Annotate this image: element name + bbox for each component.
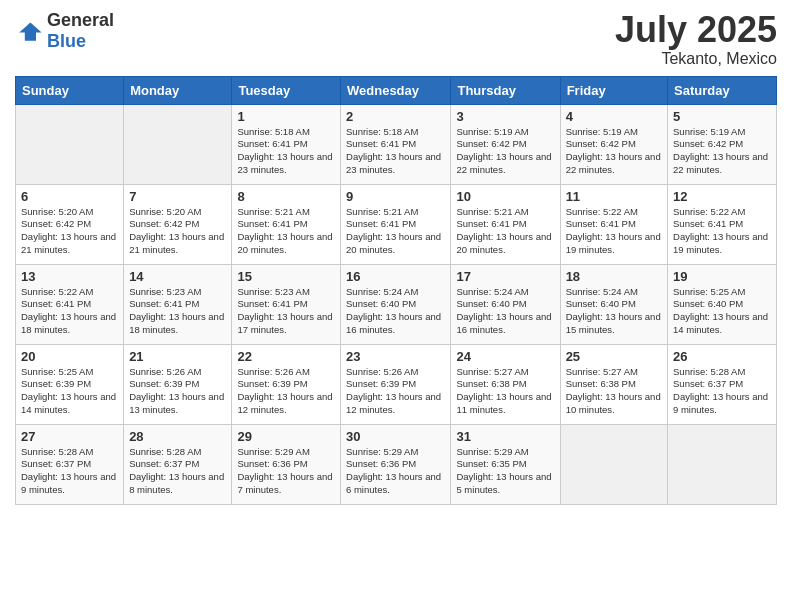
col-wednesday: Wednesday	[341, 76, 451, 104]
day-number: 18	[566, 269, 662, 284]
table-row: 24Sunrise: 5:27 AM Sunset: 6:38 PM Dayli…	[451, 344, 560, 424]
day-number: 24	[456, 349, 554, 364]
calendar-week-row: 20Sunrise: 5:25 AM Sunset: 6:39 PM Dayli…	[16, 344, 777, 424]
day-info: Sunrise: 5:23 AM Sunset: 6:41 PM Dayligh…	[237, 286, 335, 337]
table-row: 4Sunrise: 5:19 AM Sunset: 6:42 PM Daylig…	[560, 104, 667, 184]
table-row: 25Sunrise: 5:27 AM Sunset: 6:38 PM Dayli…	[560, 344, 667, 424]
table-row	[560, 424, 667, 504]
table-row: 27Sunrise: 5:28 AM Sunset: 6:37 PM Dayli…	[16, 424, 124, 504]
svg-marker-1	[35, 21, 42, 28]
calendar-week-row: 27Sunrise: 5:28 AM Sunset: 6:37 PM Dayli…	[16, 424, 777, 504]
day-number: 28	[129, 429, 226, 444]
table-row: 19Sunrise: 5:25 AM Sunset: 6:40 PM Dayli…	[668, 264, 777, 344]
day-info: Sunrise: 5:18 AM Sunset: 6:41 PM Dayligh…	[237, 126, 335, 177]
day-info: Sunrise: 5:20 AM Sunset: 6:42 PM Dayligh…	[21, 206, 118, 257]
table-row: 13Sunrise: 5:22 AM Sunset: 6:41 PM Dayli…	[16, 264, 124, 344]
day-info: Sunrise: 5:19 AM Sunset: 6:42 PM Dayligh…	[673, 126, 771, 177]
day-info: Sunrise: 5:19 AM Sunset: 6:42 PM Dayligh…	[566, 126, 662, 177]
day-number: 21	[129, 349, 226, 364]
logo: General Blue	[15, 10, 114, 52]
calendar: Sunday Monday Tuesday Wednesday Thursday…	[15, 76, 777, 505]
day-number: 9	[346, 189, 445, 204]
col-saturday: Saturday	[668, 76, 777, 104]
table-row: 14Sunrise: 5:23 AM Sunset: 6:41 PM Dayli…	[124, 264, 232, 344]
day-number: 25	[566, 349, 662, 364]
table-row: 8Sunrise: 5:21 AM Sunset: 6:41 PM Daylig…	[232, 184, 341, 264]
day-number: 7	[129, 189, 226, 204]
table-row: 30Sunrise: 5:29 AM Sunset: 6:36 PM Dayli…	[341, 424, 451, 504]
day-info: Sunrise: 5:29 AM Sunset: 6:36 PM Dayligh…	[237, 446, 335, 497]
day-info: Sunrise: 5:20 AM Sunset: 6:42 PM Dayligh…	[129, 206, 226, 257]
title-block: July 2025 Tekanto, Mexico	[615, 10, 777, 68]
day-info: Sunrise: 5:23 AM Sunset: 6:41 PM Dayligh…	[129, 286, 226, 337]
day-number: 14	[129, 269, 226, 284]
day-info: Sunrise: 5:27 AM Sunset: 6:38 PM Dayligh…	[456, 366, 554, 417]
day-number: 1	[237, 109, 335, 124]
table-row: 18Sunrise: 5:24 AM Sunset: 6:40 PM Dayli…	[560, 264, 667, 344]
col-thursday: Thursday	[451, 76, 560, 104]
table-row: 17Sunrise: 5:24 AM Sunset: 6:40 PM Dayli…	[451, 264, 560, 344]
day-info: Sunrise: 5:25 AM Sunset: 6:39 PM Dayligh…	[21, 366, 118, 417]
calendar-week-row: 6Sunrise: 5:20 AM Sunset: 6:42 PM Daylig…	[16, 184, 777, 264]
table-row: 15Sunrise: 5:23 AM Sunset: 6:41 PM Dayli…	[232, 264, 341, 344]
day-info: Sunrise: 5:28 AM Sunset: 6:37 PM Dayligh…	[129, 446, 226, 497]
day-info: Sunrise: 5:29 AM Sunset: 6:35 PM Dayligh…	[456, 446, 554, 497]
table-row: 21Sunrise: 5:26 AM Sunset: 6:39 PM Dayli…	[124, 344, 232, 424]
table-row: 3Sunrise: 5:19 AM Sunset: 6:42 PM Daylig…	[451, 104, 560, 184]
day-number: 31	[456, 429, 554, 444]
day-number: 15	[237, 269, 335, 284]
day-number: 3	[456, 109, 554, 124]
day-info: Sunrise: 5:29 AM Sunset: 6:36 PM Dayligh…	[346, 446, 445, 497]
col-friday: Friday	[560, 76, 667, 104]
day-info: Sunrise: 5:22 AM Sunset: 6:41 PM Dayligh…	[566, 206, 662, 257]
table-row	[124, 104, 232, 184]
day-info: Sunrise: 5:26 AM Sunset: 6:39 PM Dayligh…	[129, 366, 226, 417]
logo-blue: Blue	[47, 31, 86, 51]
day-number: 5	[673, 109, 771, 124]
table-row: 22Sunrise: 5:26 AM Sunset: 6:39 PM Dayli…	[232, 344, 341, 424]
day-number: 13	[21, 269, 118, 284]
day-info: Sunrise: 5:21 AM Sunset: 6:41 PM Dayligh…	[456, 206, 554, 257]
day-info: Sunrise: 5:21 AM Sunset: 6:41 PM Dayligh…	[237, 206, 335, 257]
svg-marker-0	[19, 23, 41, 41]
table-row: 7Sunrise: 5:20 AM Sunset: 6:42 PM Daylig…	[124, 184, 232, 264]
day-info: Sunrise: 5:22 AM Sunset: 6:41 PM Dayligh…	[673, 206, 771, 257]
table-row: 28Sunrise: 5:28 AM Sunset: 6:37 PM Dayli…	[124, 424, 232, 504]
table-row: 5Sunrise: 5:19 AM Sunset: 6:42 PM Daylig…	[668, 104, 777, 184]
day-number: 22	[237, 349, 335, 364]
col-tuesday: Tuesday	[232, 76, 341, 104]
day-number: 27	[21, 429, 118, 444]
day-number: 29	[237, 429, 335, 444]
day-number: 30	[346, 429, 445, 444]
table-row: 1Sunrise: 5:18 AM Sunset: 6:41 PM Daylig…	[232, 104, 341, 184]
col-sunday: Sunday	[16, 76, 124, 104]
table-row: 2Sunrise: 5:18 AM Sunset: 6:41 PM Daylig…	[341, 104, 451, 184]
day-number: 16	[346, 269, 445, 284]
table-row: 6Sunrise: 5:20 AM Sunset: 6:42 PM Daylig…	[16, 184, 124, 264]
table-row: 26Sunrise: 5:28 AM Sunset: 6:37 PM Dayli…	[668, 344, 777, 424]
day-number: 4	[566, 109, 662, 124]
table-row: 12Sunrise: 5:22 AM Sunset: 6:41 PM Dayli…	[668, 184, 777, 264]
page: General Blue July 2025 Tekanto, Mexico S…	[0, 0, 792, 612]
table-row	[668, 424, 777, 504]
day-info: Sunrise: 5:26 AM Sunset: 6:39 PM Dayligh…	[237, 366, 335, 417]
day-number: 20	[21, 349, 118, 364]
day-info: Sunrise: 5:26 AM Sunset: 6:39 PM Dayligh…	[346, 366, 445, 417]
day-info: Sunrise: 5:27 AM Sunset: 6:38 PM Dayligh…	[566, 366, 662, 417]
day-info: Sunrise: 5:21 AM Sunset: 6:41 PM Dayligh…	[346, 206, 445, 257]
title-location: Tekanto, Mexico	[615, 50, 777, 68]
day-number: 10	[456, 189, 554, 204]
day-info: Sunrise: 5:24 AM Sunset: 6:40 PM Dayligh…	[566, 286, 662, 337]
calendar-week-row: 1Sunrise: 5:18 AM Sunset: 6:41 PM Daylig…	[16, 104, 777, 184]
day-info: Sunrise: 5:22 AM Sunset: 6:41 PM Dayligh…	[21, 286, 118, 337]
day-number: 8	[237, 189, 335, 204]
day-number: 11	[566, 189, 662, 204]
day-info: Sunrise: 5:18 AM Sunset: 6:41 PM Dayligh…	[346, 126, 445, 177]
table-row: 10Sunrise: 5:21 AM Sunset: 6:41 PM Dayli…	[451, 184, 560, 264]
table-row: 23Sunrise: 5:26 AM Sunset: 6:39 PM Dayli…	[341, 344, 451, 424]
day-info: Sunrise: 5:28 AM Sunset: 6:37 PM Dayligh…	[673, 366, 771, 417]
table-row: 20Sunrise: 5:25 AM Sunset: 6:39 PM Dayli…	[16, 344, 124, 424]
day-number: 6	[21, 189, 118, 204]
day-number: 26	[673, 349, 771, 364]
day-number: 19	[673, 269, 771, 284]
